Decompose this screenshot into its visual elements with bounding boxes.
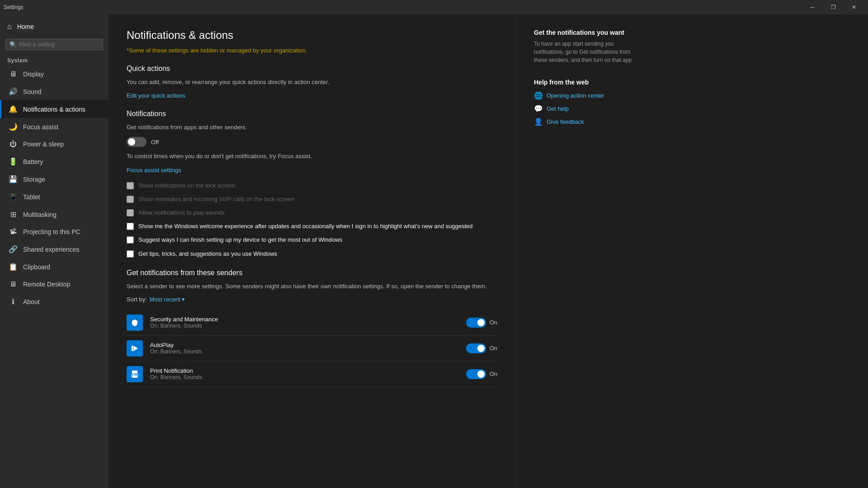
titlebar-controls: ─ ❐ ✕ <box>802 0 864 14</box>
sidebar-item-focus[interactable]: 🌙 Focus assist <box>0 118 108 136</box>
sidebar-item-label: Display <box>23 70 44 78</box>
sidebar-item-multitasking[interactable]: ⊞ Multitasking <box>0 206 108 223</box>
senders-desc: Select a sender to see more settings. So… <box>127 282 497 291</box>
sidebar-item-label: About <box>23 298 40 305</box>
checkbox-voip-input[interactable] <box>127 196 134 203</box>
sidebar-item-label: Power & sleep <box>23 141 64 148</box>
close-button[interactable]: ✕ <box>844 0 864 14</box>
minimize-button[interactable]: ─ <box>802 0 823 14</box>
checkbox-tips: Get tips, tricks, and suggestions as you… <box>127 250 497 258</box>
checkbox-welcome-label: Show me the Windows welcome experience a… <box>138 222 473 230</box>
senders-title: Get notifications from these senders <box>127 269 497 277</box>
sender-toggle-security[interactable] <box>466 318 486 328</box>
toggle-knob <box>477 371 485 378</box>
sender-toggle-autoplay[interactable] <box>466 343 486 353</box>
checkbox-sounds: Allow notifications to play sounds <box>127 209 497 217</box>
sound-icon: 🔊 <box>9 87 18 96</box>
sidebar-item-label: Remote Desktop <box>23 281 70 288</box>
sidebar-item-label: Storage <box>23 176 45 183</box>
notifications-icon: 🔔 <box>9 105 18 113</box>
quick-actions-desc: You can add, remove, or rearrange your q… <box>127 78 497 86</box>
sender-icon-print <box>127 366 143 382</box>
sender-toggle-label-autoplay: On <box>490 345 497 352</box>
sender-name-print: Print Notification <box>150 367 459 374</box>
main-content: Notifications & actions *Some of these s… <box>108 14 515 488</box>
sidebar-item-remote[interactable]: 🖥 Remote Desktop <box>0 276 108 293</box>
sidebar-item-label: Clipboard <box>23 263 50 271</box>
sidebar-home-label: Home <box>17 23 34 30</box>
right-panel-notifications-desc: To have an app start sending you notific… <box>534 40 640 64</box>
sender-toggle-print[interactable] <box>466 369 486 379</box>
sidebar-item-battery[interactable]: 🔋 Battery <box>0 153 108 170</box>
notifications-toggle-label: Get notifications from apps and other se… <box>127 123 497 131</box>
sidebar-item-about[interactable]: ℹ About <box>0 293 108 310</box>
checkbox-tips-input[interactable] <box>127 250 134 258</box>
notifications-toggle[interactable] <box>127 137 146 147</box>
search-input[interactable] <box>19 41 99 48</box>
checkbox-sounds-label: Allow notifications to play sounds <box>138 209 225 217</box>
sidebar-item-home[interactable]: ⌂ Home <box>0 18 108 35</box>
get-help-link[interactable]: 💬 Get help <box>534 104 640 113</box>
give-feedback-link[interactable]: 👤 Give feedback <box>534 117 640 126</box>
quick-actions-title: Quick actions <box>127 65 497 73</box>
sidebar-item-label: Shared experiences <box>23 246 80 253</box>
checkbox-lockscreen-label: Show notifications on the lock screen <box>138 182 235 190</box>
sidebar-item-storage[interactable]: 💾 Storage <box>0 170 108 188</box>
sidebar-item-label: Battery <box>23 158 43 165</box>
svg-rect-7 <box>132 375 137 378</box>
sidebar-item-sound[interactable]: 🔊 Sound <box>0 83 108 100</box>
sender-toggle-area-print: On <box>466 369 497 379</box>
sidebar-item-label: Focus assist <box>23 123 58 131</box>
sort-label: Sort by: <box>127 296 147 303</box>
sort-value[interactable]: Most recent ▾ <box>150 296 185 303</box>
sidebar-item-tablet[interactable]: 📱 Tablet <box>0 188 108 206</box>
multitasking-icon: ⊞ <box>9 210 18 219</box>
sidebar: ⌂ Home 🔍 System 🖥 Display 🔊 Sound 🔔 Noti… <box>0 14 108 488</box>
checkbox-welcome-input[interactable] <box>127 223 134 230</box>
sidebar-item-label: Sound <box>23 88 41 95</box>
checkbox-lockscreen: Show notifications on the lock screen <box>127 182 497 190</box>
sender-sub-security: On: Banners, Sounds <box>150 323 459 329</box>
notifications-toggle-row: Off <box>127 137 497 147</box>
power-icon: ⏻ <box>9 140 18 148</box>
edit-quick-actions-link[interactable]: Edit your quick actions <box>127 92 185 99</box>
toggle-knob <box>477 345 485 352</box>
sender-row-security[interactable]: Security and Maintenance On: Banners, So… <box>127 310 497 336</box>
home-icon: ⌂ <box>7 23 12 31</box>
sender-row-autoplay[interactable]: AutoPlay On: Banners, Sounds On <box>127 336 497 361</box>
display-icon: 🖥 <box>9 70 18 78</box>
sidebar-item-display[interactable]: 🖥 Display <box>0 66 108 83</box>
sidebar-item-clipboard[interactable]: 📋 Clipboard <box>0 258 108 276</box>
sender-toggle-area-security: On <box>466 318 497 328</box>
opening-action-center-link[interactable]: 🌐 Opening action center <box>534 91 640 100</box>
restore-button[interactable]: ❐ <box>823 0 844 14</box>
sort-row: Sort by: Most recent ▾ <box>127 296 497 303</box>
toggle-knob <box>477 319 485 326</box>
sender-toggle-label-security: On <box>490 319 497 326</box>
sender-name-autoplay: AutoPlay <box>150 342 459 348</box>
sender-sub-autoplay: On: Banners, Sounds <box>150 348 459 355</box>
focus-assist-settings-link[interactable]: Focus assist settings <box>127 167 181 174</box>
notifications-toggle-text: Off <box>151 139 159 145</box>
tablet-icon: 📱 <box>9 192 18 201</box>
sidebar-item-label: Tablet <box>23 193 40 201</box>
sender-row-print[interactable]: Print Notification On: Banners, Sounds O… <box>127 361 497 387</box>
sidebar-item-notifications[interactable]: 🔔 Notifications & actions <box>0 100 108 118</box>
titlebar-title: Settings <box>4 4 23 10</box>
sender-toggle-label-print: On <box>490 371 497 377</box>
checkbox-tips-label: Get tips, tricks, and suggestions as you… <box>138 250 277 258</box>
sidebar-item-shared[interactable]: 🔗 Shared experiences <box>0 240 108 258</box>
checkbox-sounds-input[interactable] <box>127 209 134 216</box>
sidebar-item-projecting[interactable]: 📽 Projecting to this PC <box>0 223 108 240</box>
checkbox-suggest-input[interactable] <box>127 236 134 244</box>
checkbox-suggest: Suggest ways I can finish setting up my … <box>127 236 497 244</box>
checkbox-lockscreen-input[interactable] <box>127 182 134 189</box>
about-icon: ℹ <box>9 297 18 306</box>
checkbox-voip-label: Show reminders and incoming VoIP calls o… <box>138 195 294 203</box>
sidebar-search[interactable]: 🔍 <box>5 39 103 50</box>
sidebar-item-label: Notifications & actions <box>23 106 85 113</box>
app-body: ⌂ Home 🔍 System 🖥 Display 🔊 Sound 🔔 Noti… <box>0 14 868 488</box>
remote-icon: 🖥 <box>9 280 18 288</box>
checkbox-welcome: Show me the Windows welcome experience a… <box>127 222 497 230</box>
sidebar-item-power[interactable]: ⏻ Power & sleep <box>0 136 108 153</box>
